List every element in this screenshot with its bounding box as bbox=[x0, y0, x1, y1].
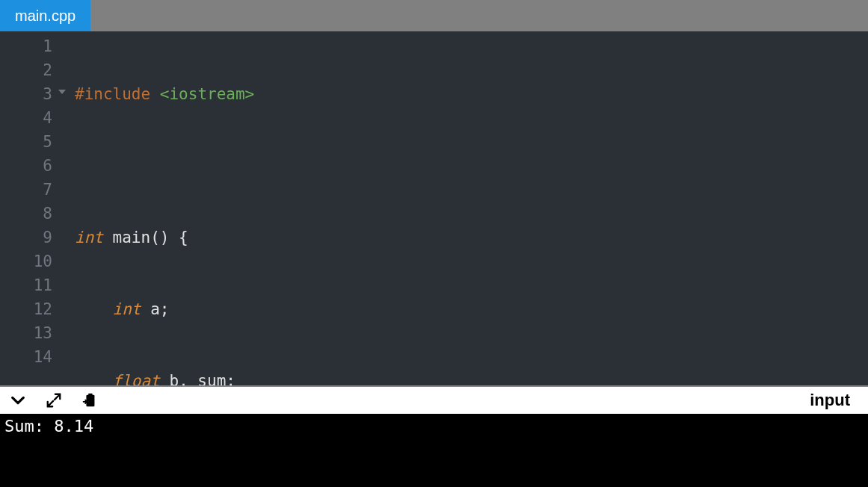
tab-filename: main.cpp bbox=[15, 7, 76, 25]
input-label: input bbox=[810, 391, 850, 410]
code-line: int a; bbox=[75, 297, 868, 321]
svg-rect-1 bbox=[88, 394, 93, 397]
code-line bbox=[75, 154, 868, 178]
line-number: 13 bbox=[0, 321, 69, 345]
code-line: #include <iostream> bbox=[75, 82, 868, 106]
line-number: 8 bbox=[0, 202, 69, 226]
code-editor[interactable]: 1 2 3 4 5 6 7 8 9 10 11 12 13 14 #includ… bbox=[0, 31, 868, 385]
line-number: 14 bbox=[0, 345, 69, 369]
line-number: 6 bbox=[0, 154, 69, 178]
chevron-down-icon[interactable] bbox=[9, 391, 27, 409]
console-output[interactable]: Sum: 8.14 bbox=[0, 414, 868, 487]
svg-rect-0 bbox=[86, 395, 94, 407]
line-number: 2 bbox=[0, 58, 69, 82]
line-number: 12 bbox=[0, 297, 69, 321]
expand-icon[interactable] bbox=[45, 391, 63, 409]
console-toolbar: input bbox=[0, 385, 868, 414]
code-line: int main() { bbox=[75, 226, 868, 249]
paste-icon[interactable] bbox=[81, 391, 99, 409]
line-number: 11 bbox=[0, 273, 69, 297]
console-text: Sum: 8.14 bbox=[4, 417, 93, 435]
code-area[interactable]: #include <iostream> int main() { int a; … bbox=[69, 31, 868, 385]
line-gutter: 1 2 3 4 5 6 7 8 9 10 11 12 13 14 bbox=[0, 31, 69, 385]
line-number: 3 bbox=[0, 82, 69, 106]
line-number: 1 bbox=[0, 34, 69, 58]
line-number: 7 bbox=[0, 178, 69, 202]
line-number: 5 bbox=[0, 130, 69, 154]
tab-main-cpp[interactable]: main.cpp bbox=[0, 0, 90, 31]
line-number: 9 bbox=[0, 226, 69, 249]
line-number: 4 bbox=[0, 106, 69, 130]
tab-bar: main.cpp bbox=[0, 0, 868, 31]
fold-marker-icon[interactable] bbox=[58, 90, 66, 94]
code-line: float b, sum; bbox=[75, 369, 868, 385]
line-number: 10 bbox=[0, 249, 69, 273]
